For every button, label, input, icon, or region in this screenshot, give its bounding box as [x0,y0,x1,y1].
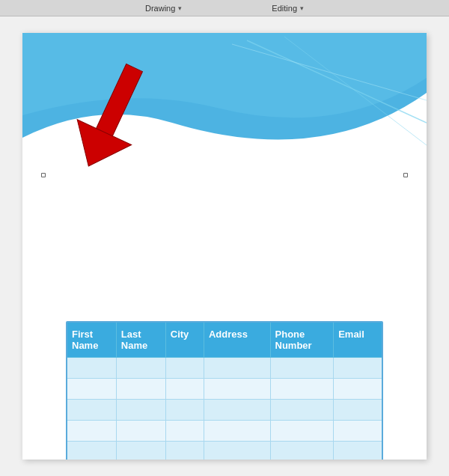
table-row[interactable] [67,379,382,400]
table-cell[interactable] [270,400,334,421]
table-cell[interactable] [165,442,204,460]
header-city: City [165,323,204,358]
editing-arrow: ▾ [300,4,304,12]
red-arrow [67,55,157,175]
table-cell[interactable] [67,421,116,442]
table-cell[interactable] [334,421,382,442]
table-cell[interactable] [165,379,204,400]
table-cell[interactable] [67,442,116,460]
page: FirstName LastName City Address PhoneNum… [22,33,427,460]
table-cell[interactable] [165,421,204,442]
table-cell[interactable] [270,358,334,379]
table-cell[interactable] [334,400,382,421]
table-row[interactable] [67,442,382,460]
table-cell[interactable] [67,400,116,421]
table-cell[interactable] [204,421,270,442]
table-cell[interactable] [270,442,334,460]
table-cell[interactable] [270,421,334,442]
table-cell[interactable] [204,442,270,460]
table-cell[interactable] [67,379,116,400]
handle-bottom-right[interactable] [403,173,408,177]
svg-rect-3 [94,64,142,139]
header-last-name: LastName [116,323,165,358]
drawing-label: Drawing [145,4,175,13]
header-phone-number: PhoneNumber [270,323,334,358]
data-table: FirstName LastName City Address PhoneNum… [67,323,382,460]
table-cell[interactable] [334,358,382,379]
editing-label: Editing [272,4,297,13]
table-cell[interactable] [116,421,165,442]
table-cell[interactable] [204,379,270,400]
table-container: FirstName LastName City Address PhoneNum… [66,321,383,460]
header-address: Address [204,323,270,358]
table-row[interactable] [67,421,382,442]
toolbar-drawing[interactable]: Drawing ▾ [145,4,182,13]
table-cell[interactable] [334,442,382,460]
table-cell[interactable] [165,400,204,421]
table-row[interactable] [67,358,382,379]
table-cell[interactable] [270,379,334,400]
table-cell[interactable] [67,358,116,379]
table-header-row: FirstName LastName City Address PhoneNum… [67,323,382,358]
drawing-arrow: ▾ [178,4,182,12]
handle-bottom-left[interactable] [41,173,46,177]
table-cell[interactable] [334,379,382,400]
table-cell[interactable] [116,442,165,460]
document-area: FirstName LastName City Address PhoneNum… [0,16,449,476]
table-cell[interactable] [204,400,270,421]
toolbar: Drawing ▾ Editing ▾ [0,0,449,16]
table-cell[interactable] [204,358,270,379]
header-email: Email [334,323,382,358]
table-cell[interactable] [116,358,165,379]
table-cell[interactable] [165,358,204,379]
toolbar-editing[interactable]: Editing ▾ [272,4,304,13]
table-cell[interactable] [116,400,165,421]
header-first-name: FirstName [67,323,116,358]
table-cell[interactable] [116,379,165,400]
table-row[interactable] [67,400,382,421]
